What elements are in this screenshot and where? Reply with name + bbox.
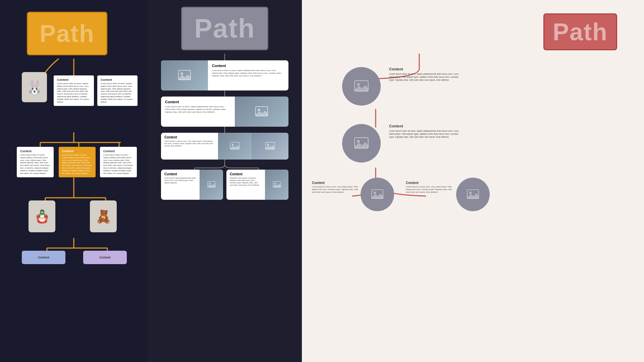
right-text-3b-body: Lorem ipsum or lacus nunc, nunc ullamcor…	[406, 186, 453, 193]
center-card-2: Content Lorem ipsum dolor sit amet, sapi…	[161, 97, 288, 127]
right-circle-1	[342, 67, 381, 106]
center-path-title: Path	[181, 7, 268, 50]
card-1-text: Lorem ipsum dolor sit amet, sapien plate…	[57, 82, 91, 103]
toy-rabbit-img: 🐰	[22, 72, 47, 102]
center-conn-2	[224, 90, 225, 97]
toy-doll-img: 🪆	[29, 200, 55, 232]
center-card-4b-body: Content Fitaenibh ante places ut loborti…	[226, 170, 265, 200]
center-card-2-text: Lorem ipsum dolor sit amet, sapien plata…	[165, 105, 231, 113]
center-path-text: Path	[194, 13, 255, 44]
left-connectors	[7, 7, 141, 355]
center-card-4b-img	[265, 170, 288, 200]
card-highlight-title: Content	[62, 149, 92, 153]
center-card-4a: Content Lorem ipsum apien plataeamorbi d…	[161, 170, 223, 200]
right-text-3a: Content Lorem ipsum or lacus nunc, nunc …	[312, 181, 359, 193]
card-2-title: Content	[101, 78, 134, 81]
center-card-3-img1	[218, 133, 252, 160]
content-card-4: Content Lorem ipsum dolor sit amet, sapi…	[100, 147, 137, 177]
center-card-2-title: Content	[165, 100, 231, 104]
card-2-text: Lorem ipsum dolor sit amet, sapien plate…	[101, 82, 134, 103]
center-bottom-row: Content Lorem ipsum apien plataeamorbi d…	[161, 170, 288, 200]
right-text-2: Content Lorem ipsum dolor sit amet, sapi…	[389, 124, 463, 138]
card-3-title: Content	[20, 149, 50, 153]
center-card-3: Content Lorem ipsum or lacus nunc, nunc …	[161, 133, 288, 160]
svg-point-19	[469, 191, 472, 194]
svg-point-9	[209, 183, 211, 184]
center-card-1-text: Lorem ipsum dolor sit amet, sapien plata…	[212, 69, 284, 77]
card-blue-title: Content	[38, 256, 49, 259]
svg-point-3	[258, 109, 260, 111]
center-card-1-img	[161, 60, 208, 90]
center-card-4a-title: Content	[164, 172, 196, 176]
center-card-4b-title: Content	[230, 172, 262, 176]
center-card-1: Content Lorem ipsum dolor sit amet, sapi…	[161, 60, 288, 90]
right-circle-3a	[361, 178, 394, 211]
content-card-blue: Content	[22, 251, 65, 264]
center-branch-connector	[161, 160, 288, 170]
right-panel-content: Path Content Lorem ipsum dolor sit amet,…	[309, 7, 637, 355]
card-3-text: Lorem ipsum dolor sit amet, sapien plate…	[20, 154, 50, 175]
card-1-title: Content	[57, 78, 91, 81]
center-card-3-body: Content Lorem ipsum or lacus nunc, nunc …	[161, 133, 218, 160]
right-path-title: Path	[543, 13, 617, 50]
right-text-1: Content Lorem ipsum dolor sit amet, sapi…	[389, 67, 463, 81]
right-circle-2	[342, 124, 381, 163]
left-panel: Path	[0, 0, 148, 362]
content-card-highlight: Content Lorem ipsum dolor sit amet, sapi…	[59, 147, 96, 177]
svg-point-17	[374, 191, 376, 194]
left-panel-content: Path	[7, 7, 141, 355]
right-panel: Path Content Lorem ipsum dolor sit amet,…	[302, 0, 644, 362]
toy-bear-img: 🧸	[90, 200, 117, 232]
center-card-3-text: Lorem ipsum or lacus nunc, nunc ullamcor…	[164, 140, 215, 147]
content-card-lavender: Content	[83, 251, 127, 264]
content-card-2: Content Lorem ipsum dolor sit amet, sapi…	[97, 75, 138, 106]
svg-point-1	[180, 72, 183, 75]
left-path-title-box: Path	[17, 12, 107, 55]
card-4-title: Content	[103, 149, 133, 153]
center-conn-3	[224, 127, 225, 133]
center-card-4a-text: Lorem ipsum apien plataeamorbi dolor lac…	[164, 177, 196, 184]
right-text-3b: Content Lorem ipsum or lacus nunc, nunc …	[406, 181, 453, 193]
right-text-3a-body: Lorem ipsum or lacus nunc, nunc ullamcor…	[312, 186, 359, 193]
center-card-2-body: Content Lorem ipsum dolor sit amet, sapi…	[161, 97, 235, 127]
svg-point-13	[357, 83, 360, 86]
svg-point-5	[232, 144, 234, 146]
center-card-3-img2	[252, 133, 288, 160]
right-path-text: Path	[553, 18, 608, 46]
right-text-1-body: Lorem ipsum dolor sit amet, sapien plata…	[389, 72, 463, 81]
right-text-3a-title: Content	[312, 181, 359, 185]
svg-point-11	[274, 183, 276, 184]
right-text-3b-title: Content	[406, 181, 453, 185]
card-4-text: Lorem ipsum dolor sit amet, sapien plate…	[103, 154, 133, 175]
left-path-title: Path	[27, 12, 107, 55]
center-card-4a-body: Content Lorem ipsum apien plataeamorbi d…	[161, 170, 200, 200]
center-card-1-title: Content	[212, 64, 284, 68]
center-conn-1	[224, 54, 225, 60]
card-lavender-title: Content	[99, 256, 111, 259]
right-text-1-title: Content	[389, 67, 463, 71]
center-card-3-title: Content	[164, 135, 215, 139]
center-card-2-img	[235, 97, 288, 127]
card-highlight-text: Lorem ipsum dolor sit amet, sapien plate…	[62, 154, 92, 175]
center-panel: Path Content Lorem ipsum dolor sit amet,…	[148, 0, 302, 362]
center-card-4b-text: Fitaenibh ante places ut lobortis, aplat…	[230, 177, 262, 187]
content-card-1: Content Lorem ipsum dolor sit amet, sapi…	[54, 75, 94, 106]
right-circle-3b	[456, 178, 490, 211]
content-card-3: Content Lorem ipsum dolor sit amet, sapi…	[17, 147, 54, 177]
svg-point-7	[267, 144, 269, 146]
center-card-1-body: Content Lorem ipsum dolor sit amet, sapi…	[208, 60, 288, 90]
center-card-4a-img	[200, 170, 223, 200]
right-text-2-title: Content	[389, 124, 463, 128]
center-card-4b: Content Fitaenibh ante places ut loborti…	[226, 170, 288, 200]
left-path-text: Path	[40, 20, 95, 47]
svg-point-15	[357, 140, 360, 143]
right-text-2-body: Lorem ipsum dolor sit amet, sapien plata…	[389, 129, 463, 138]
